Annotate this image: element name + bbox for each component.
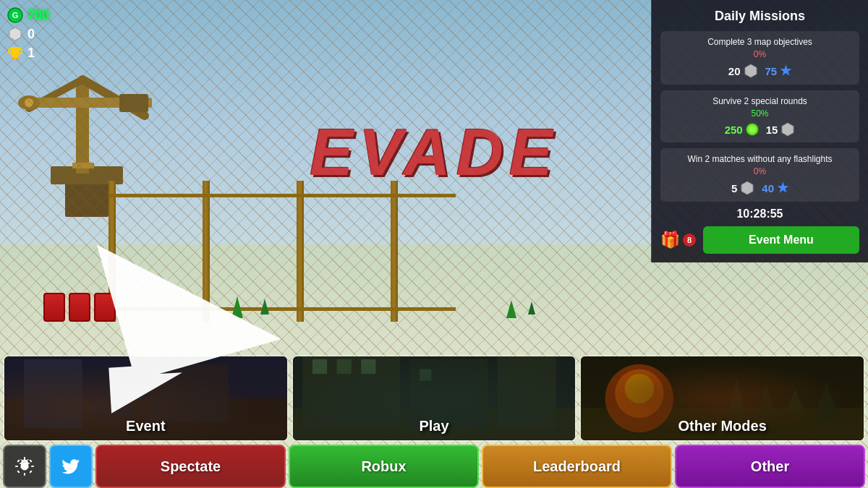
other-button[interactable]: Other (675, 445, 865, 488)
event-menu-row: 🎁 8 Event Menu (660, 226, 859, 254)
gift-badge: 🎁 8 (660, 231, 696, 249)
barrel-2 (69, 293, 90, 322)
gift-icon: 🎁 (660, 231, 680, 249)
svg-rect-2 (76, 80, 89, 174)
mode-card-event[interactable]: Event (3, 355, 289, 442)
svg-point-36 (625, 374, 654, 403)
hex-currency-row: 0 (7, 26, 49, 42)
mission-item-3: Win 2 matches without any flashlights 0%… (660, 148, 859, 202)
tree-1 (231, 296, 243, 318)
mission-item-1: Complete 3 map objectives 0% 20 75 ★ (660, 31, 859, 85)
settings-button[interactable] (3, 445, 46, 488)
mode-card-other-label: Other Modes (581, 418, 864, 435)
action-buttons-row: Spectate Robux Leaderboard Other (0, 445, 868, 488)
mission-3-reward-1-amount: 5 (731, 182, 737, 194)
mission-3-reward-2: 40 ★ (762, 180, 788, 196)
svg-rect-27 (498, 356, 556, 427)
main-currency-row: G 700 (7, 7, 49, 23)
mission-1-reward-2: 75 ★ (765, 63, 792, 79)
svg-rect-7 (119, 94, 148, 112)
top-hud: G 700 0 1 (7, 7, 49, 61)
svg-marker-40 (815, 381, 838, 418)
svg-rect-45 (15, 466, 18, 467)
mission-3-star-icon: ★ (777, 180, 788, 196)
leaderboard-button[interactable]: Leaderboard (482, 445, 672, 488)
mode-cards-row: Event Play (0, 355, 868, 442)
svg-rect-29 (336, 359, 351, 374)
mission-1-reward-2-amount: 75 (765, 65, 778, 77)
svg-rect-0 (65, 181, 109, 217)
mission-1-hex-icon (744, 64, 758, 78)
fence-post-2 (203, 181, 210, 322)
tree-2 (260, 299, 269, 314)
daily-missions-panel: Daily Missions Complete 3 map objectives… (651, 0, 868, 262)
missions-title: Daily Missions (660, 9, 859, 24)
svg-marker-15 (745, 64, 757, 77)
svg-rect-47 (17, 459, 20, 462)
tree-4 (528, 301, 535, 314)
svg-rect-25 (302, 356, 400, 427)
mission-item-2: Survive 2 special rounds 50% 250 15 (660, 90, 859, 142)
svg-rect-22 (150, 364, 229, 423)
svg-rect-43 (24, 457, 25, 460)
mode-card-event-label: Event (4, 418, 287, 435)
svg-rect-30 (361, 359, 375, 374)
mission-1-desc: Complete 3 map objectives (668, 37, 852, 47)
svg-rect-46 (31, 466, 34, 467)
svg-rect-49 (17, 470, 20, 473)
svg-marker-37 (727, 379, 746, 418)
mode-card-play[interactable]: Play (292, 355, 577, 442)
event-menu-button[interactable]: Event Menu (703, 226, 859, 254)
twitter-button[interactable] (49, 445, 93, 488)
svg-marker-39 (786, 389, 805, 414)
svg-marker-16 (782, 123, 793, 136)
spectate-button[interactable]: Spectate (95, 445, 286, 488)
barrel-1 (43, 293, 65, 322)
svg-marker-38 (757, 384, 776, 418)
svg-rect-44 (24, 473, 25, 476)
svg-point-9 (25, 98, 33, 107)
mission-3-desc: Win 2 matches without any flashlights (668, 154, 852, 164)
twitter-icon (61, 456, 81, 476)
mode-card-other[interactable]: Other Modes (579, 355, 865, 442)
svg-rect-14 (12, 58, 19, 59)
mission-2-percent: 50% (668, 108, 852, 119)
mission-timer: 10:28:55 (660, 207, 859, 221)
main-currency-value: 700 (27, 8, 49, 23)
svg-rect-31 (420, 369, 431, 381)
mission-3-reward-1: 5 (731, 181, 754, 195)
mission-3-percent: 0% (668, 166, 852, 176)
fence-post-4 (391, 181, 398, 322)
tree-3 (506, 300, 516, 318)
gift-badge-count: 8 (683, 234, 696, 247)
hex-currency-icon (7, 26, 23, 42)
mission-2-desc: Survive 2 special rounds (668, 96, 852, 106)
svg-point-35 (615, 369, 663, 418)
svg-text:G: G (12, 11, 19, 20)
mission-2-coin-icon (746, 123, 759, 136)
settings-icon (14, 455, 35, 477)
mission-1-reward-1: 20 (728, 64, 758, 78)
barrel-3 (94, 293, 116, 322)
trophy-value: 1 (27, 46, 35, 61)
svg-marker-17 (741, 181, 753, 194)
mission-1-rewards: 20 75 ★ (668, 63, 852, 79)
mission-2-reward-2-amount: 15 (766, 124, 778, 136)
trophy-row: 1 (7, 45, 49, 61)
mission-3-hex-icon (740, 181, 754, 195)
mission-2-rewards: 250 15 (668, 122, 852, 137)
mission-2-hex-icon (780, 122, 795, 137)
fence-post-3 (297, 181, 304, 322)
mission-2-reward-2: 15 (766, 122, 796, 137)
mission-3-reward-2-amount: 40 (762, 182, 774, 194)
mission-1-percent: 0% (668, 49, 852, 59)
svg-marker-12 (9, 27, 21, 40)
mission-1-star-icon: ★ (780, 63, 791, 79)
mission-2-reward-1-amount: 250 (725, 124, 743, 136)
currency-main-icon: G (7, 7, 23, 23)
fence-rail-top (109, 194, 456, 197)
robux-button[interactable]: Robux (289, 445, 479, 488)
mission-2-reward-1: 250 (725, 123, 759, 136)
mission-1-reward-1-amount: 20 (728, 65, 741, 77)
svg-rect-50 (29, 459, 32, 462)
